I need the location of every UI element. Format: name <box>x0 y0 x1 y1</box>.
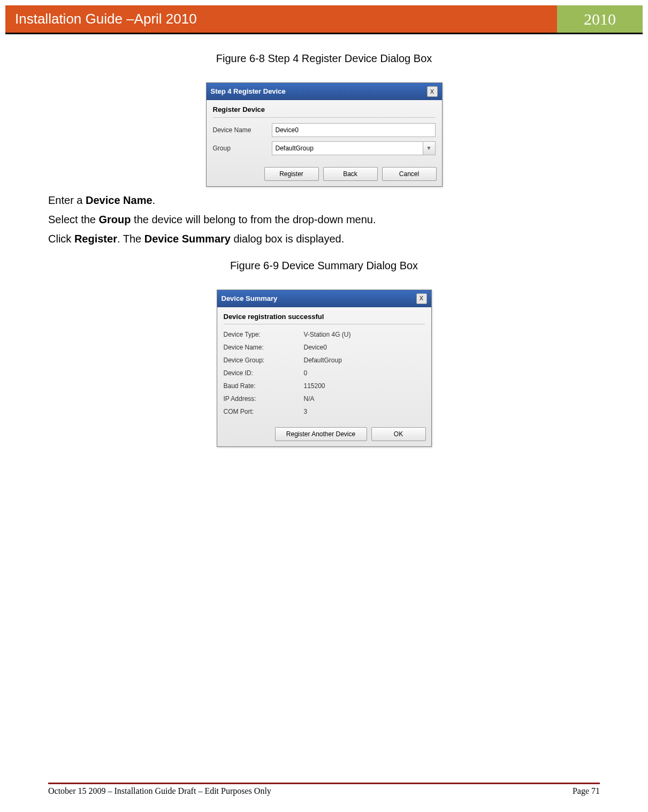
summary-row: Device Group:DefaultGroup <box>224 355 425 365</box>
register-button[interactable]: Register <box>264 167 319 181</box>
summary-row: IP Address:N/A <box>224 394 425 404</box>
header-year: 2010 <box>557 5 643 33</box>
section-heading: Register Device <box>213 104 436 118</box>
summary-row: Device Type:V-Station 4G (U) <box>224 330 425 339</box>
group-select-value: DefaultGroup <box>272 143 423 153</box>
register-device-dialog: Step 4 Register Device X Register Device… <box>206 82 443 187</box>
summary-value: 3 <box>304 407 308 416</box>
device-summary-dialog: Device Summary X Device registration suc… <box>217 290 432 447</box>
chevron-down-icon: ▼ <box>423 142 435 155</box>
device-name-input[interactable] <box>272 123 436 137</box>
summary-label: Device Group: <box>224 355 304 365</box>
group-select[interactable]: DefaultGroup ▼ <box>272 141 436 155</box>
summary-row: COM Port:3 <box>224 407 425 416</box>
summary-value: N/A <box>304 394 315 404</box>
dialog-titlebar: Step 4 Register Device X <box>207 83 442 100</box>
dialog-title-text: Device Summary <box>222 293 278 304</box>
instruction-1: Enter a Device Name. <box>48 192 600 208</box>
page-header: Installation Guide –April 2010 2010 <box>5 5 643 34</box>
device-name-label: Device Name <box>213 125 272 135</box>
summary-label: Baud Rate: <box>224 381 304 391</box>
header-title: Installation Guide –April 2010 <box>5 5 557 33</box>
dialog-titlebar: Device Summary X <box>217 290 431 307</box>
summary-row: Baud Rate:115200 <box>224 381 425 391</box>
figure-6-8-caption: Figure 6-8 Step 4 Register Device Dialog… <box>48 50 600 66</box>
summary-label: IP Address: <box>224 394 304 404</box>
summary-value: DefaultGroup <box>304 355 342 365</box>
close-icon[interactable]: X <box>416 293 427 304</box>
ok-button[interactable]: OK <box>371 427 426 441</box>
section-heading: Device registration successful <box>224 312 425 325</box>
group-label: Group <box>213 143 272 153</box>
summary-value: 0 <box>304 368 308 378</box>
back-button[interactable]: Back <box>323 167 378 181</box>
summary-label: Device Type: <box>224 330 304 339</box>
summary-label: COM Port: <box>224 407 304 416</box>
summary-row: Device Name:Device0 <box>224 343 425 352</box>
summary-row: Device ID:0 <box>224 368 425 378</box>
instruction-2: Select the Group the device will belong … <box>48 211 600 227</box>
register-another-button[interactable]: Register Another Device <box>275 427 367 441</box>
summary-value: Device0 <box>304 343 327 352</box>
summary-label: Device Name: <box>224 343 304 352</box>
summary-value: V-Station 4G (U) <box>304 330 351 339</box>
figure-6-9-caption: Figure 6-9 Device Summary Dialog Box <box>48 257 600 274</box>
instruction-3: Click Register. The Device Summary dialo… <box>48 231 600 247</box>
cancel-button[interactable]: Cancel <box>382 167 437 181</box>
summary-label: Device ID: <box>224 368 304 378</box>
dialog-title-text: Step 4 Register Device <box>211 86 286 97</box>
summary-value: 115200 <box>304 381 325 391</box>
close-icon[interactable]: X <box>427 86 438 97</box>
